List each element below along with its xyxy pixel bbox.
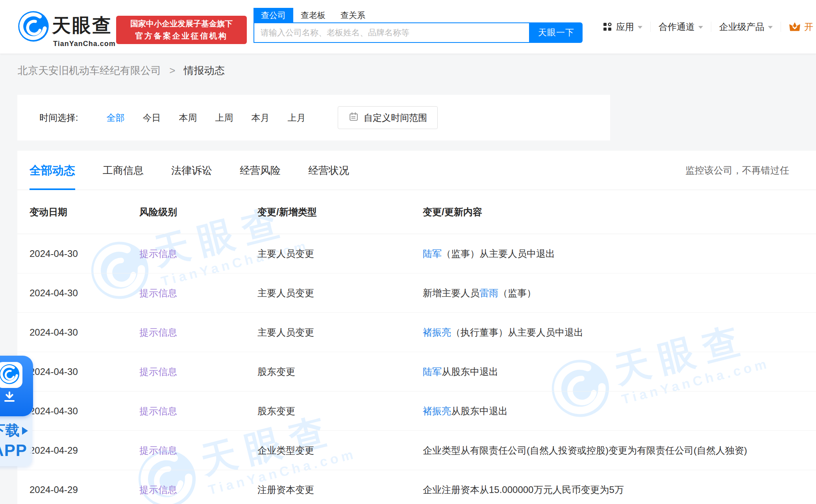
time-option-3[interactable]: 上周 (215, 112, 233, 124)
table-row: 2024-04-30提示信息主要人员变更褚振亮（执行董事）从主要人员中退出 (17, 313, 816, 352)
risk-level-badge[interactable]: 提示信息 (139, 484, 177, 495)
person-link[interactable]: 褚振亮 (423, 406, 451, 416)
content-text: 企业注册资本从15.000000万元人民币变更为5万 (423, 484, 624, 495)
play-arrow-icon (22, 427, 28, 435)
table-row: 2024-04-29提示信息注册资本变更企业注册资本从15.000000万元人民… (17, 470, 816, 504)
change-content: 企业类型从有限责任公司(自然人投资或控股)变更为有限责任公司(自然人独资) (423, 444, 816, 457)
risk-level-badge[interactable]: 提示信息 (139, 288, 177, 298)
nav-item-2[interactable]: 企业级产品 (711, 21, 781, 33)
certification-badge: 国家中小企业发展子基金旗下 官方备案企业征信机构 (116, 16, 247, 44)
nav-item-0[interactable]: 应用 (594, 21, 650, 33)
tab-3[interactable]: 经营风险 (240, 151, 281, 190)
chevron-down-icon (698, 26, 703, 29)
change-date: 2024-04-30 (17, 288, 139, 299)
change-type: 主要人员变更 (257, 247, 423, 260)
search-area: 查公司查老板查关系 天眼一下 (253, 8, 583, 43)
chevron-down-icon (638, 26, 642, 29)
content-text: 企业类型从有限责任公司(自然人投资或控股)变更为有限责任公司(自然人独资) (423, 445, 747, 456)
nav-item-label: 开 (804, 21, 813, 33)
calendar-icon (348, 111, 359, 124)
table-row: 2024-04-29提示信息企业类型变更企业类型从有限责任公司(自然人投资或控股… (17, 431, 816, 470)
crown-icon (789, 21, 801, 32)
change-content: 新增主要人员雷雨（监事） (423, 287, 816, 299)
time-option-0[interactable]: 全部 (106, 112, 124, 124)
change-content: 陆军（监事）从主要人员中退出 (423, 247, 816, 260)
app-download-widget[interactable]: 下载 APP (0, 356, 33, 466)
change-content: 褚振亮从股东中退出 (423, 405, 816, 417)
download-arrow-icon (2, 391, 17, 403)
risk-level-badge[interactable]: 提示信息 (139, 445, 177, 456)
chevron-down-icon (768, 26, 773, 29)
table-row: 2024-04-30提示信息股东变更褚振亮从股东中退出 (17, 391, 816, 431)
tab-4[interactable]: 经营状况 (308, 151, 349, 190)
person-link[interactable]: 褚振亮 (423, 327, 451, 338)
time-filter-label: 时间选择: (39, 112, 78, 124)
risk-level-badge[interactable]: 提示信息 (139, 248, 177, 259)
content-tabs: 全部动态工商信息法律诉讼经营风险经营状况监控该公司，不再错过任 (17, 151, 816, 190)
search-button[interactable]: 天眼一下 (530, 22, 583, 43)
brand-domain: TianYanCha.com (53, 40, 116, 48)
app-download-app-text: APP (0, 441, 27, 460)
risk-level-badge[interactable]: 提示信息 (139, 406, 177, 416)
breadcrumb-company-link[interactable]: 北京天安旧机动车经纪有限公司 (18, 65, 161, 76)
time-option-5[interactable]: 上月 (287, 112, 305, 124)
time-filter-options: 全部今日本周上周本月上月 (106, 112, 305, 124)
change-date: 2024-04-30 (17, 406, 139, 417)
time-filter-card: 时间选择: 全部今日本周上周本月上月 自定义时间范围 (17, 95, 610, 140)
table-row: 2024-04-30提示信息主要人员变更新增主要人员雷雨（监事） (17, 273, 816, 313)
change-date: 2024-04-29 (17, 445, 139, 456)
nav-item-3[interactable]: 开 (781, 21, 816, 33)
nav-item-label: 合作通道 (659, 21, 695, 33)
time-option-2[interactable]: 本周 (179, 112, 197, 124)
monitor-company-link[interactable]: 监控该公司，不再错过任 (685, 151, 789, 190)
grid-icon (602, 22, 612, 32)
table-header: 变动日期风险级别变更/新增类型变更/更新内容 (17, 190, 816, 234)
change-type: 主要人员变更 (257, 326, 423, 339)
custom-time-range-label: 自定义时间范围 (364, 112, 427, 124)
risk-level-badge[interactable]: 提示信息 (139, 366, 177, 377)
table-row: 2024-04-30提示信息股东变更陆军从股东中退出 (17, 352, 816, 391)
custom-time-range-button[interactable]: 自定义时间范围 (338, 106, 438, 129)
change-type: 主要人员变更 (257, 287, 423, 299)
tab-1[interactable]: 工商信息 (103, 151, 144, 190)
content-text: 从股东中退出 (442, 366, 498, 377)
search-tab-2[interactable]: 查关系 (333, 8, 373, 22)
site-header: 天眼查 TianYanCha.com 国家中小企业发展子基金旗下 官方备案企业征… (0, 0, 816, 54)
content-text: 新增主要人员 (423, 288, 479, 298)
nav-item-label: 应用 (616, 21, 634, 33)
change-date: 2024-04-30 (17, 366, 139, 377)
change-type: 股东变更 (257, 405, 423, 417)
time-option-4[interactable]: 本月 (251, 112, 269, 124)
table-body: 2024-04-30提示信息主要人员变更陆军（监事）从主要人员中退出2024-0… (17, 234, 816, 504)
certification-line1: 国家中小企业发展子基金旗下 (130, 18, 233, 29)
search-input[interactable] (254, 23, 529, 42)
brand-name[interactable]: 天眼查 (52, 13, 112, 38)
content-text: 从股东中退出 (451, 406, 508, 416)
change-type: 注册资本变更 (257, 484, 423, 496)
person-link[interactable]: 雷雨 (479, 288, 498, 298)
app-icon[interactable] (0, 356, 33, 416)
news-feed-card: 全部动态工商信息法律诉讼经营风险经营状况监控该公司，不再错过任 变动日期风险级别… (17, 151, 816, 504)
time-option-1[interactable]: 今日 (142, 112, 161, 124)
tab-0[interactable]: 全部动态 (30, 151, 75, 190)
column-header-1: 风险级别 (139, 206, 257, 218)
content-text: （执行董事）从主要人员中退出 (451, 327, 583, 338)
breadcrumb-current: 情报动态 (184, 65, 225, 76)
change-date: 2024-04-30 (17, 327, 139, 338)
tianyancha-app-logo-icon (0, 364, 20, 386)
tab-2[interactable]: 法律诉讼 (171, 151, 212, 190)
risk-level-badge[interactable]: 提示信息 (139, 327, 177, 338)
column-header-3: 变更/更新内容 (423, 206, 816, 218)
header-nav: 应用合作通道企业级产品开 (594, 0, 816, 54)
person-link[interactable]: 陆军 (423, 248, 442, 259)
change-date: 2024-04-29 (17, 484, 139, 495)
content-text: （监事） (498, 288, 536, 298)
person-link[interactable]: 陆军 (423, 366, 442, 377)
change-type: 企业类型变更 (257, 444, 423, 457)
app-download-text: 下载 (0, 421, 20, 440)
tianyancha-logo-icon[interactable] (18, 11, 49, 44)
search-tabs: 查公司查老板查关系 (253, 8, 583, 22)
search-tab-0[interactable]: 查公司 (253, 8, 293, 22)
nav-item-1[interactable]: 合作通道 (651, 21, 711, 33)
search-tab-1[interactable]: 查老板 (293, 8, 333, 22)
